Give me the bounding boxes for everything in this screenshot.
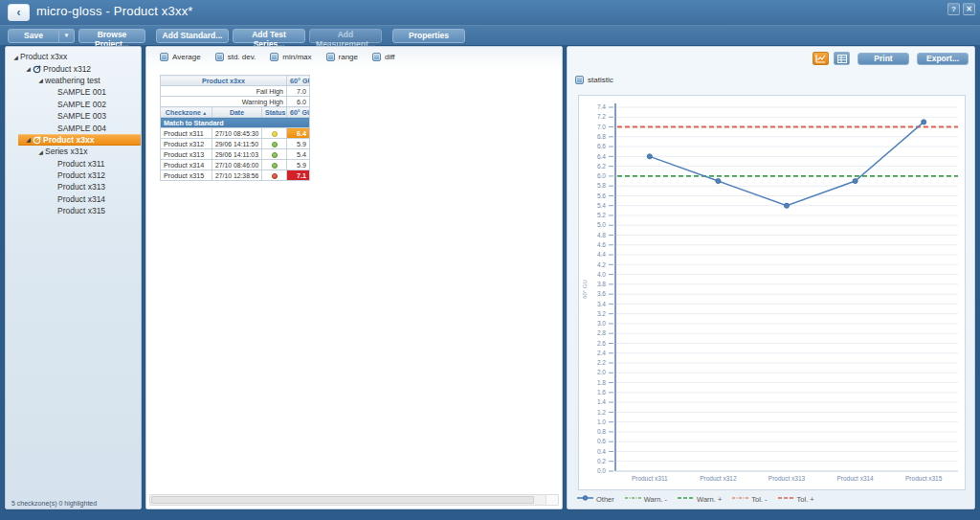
svg-text:5.6: 5.6: [597, 192, 606, 199]
tree-item-product-x3xx[interactable]: ◢Product x3xx: [6, 51, 141, 62]
checkbox-box: [326, 53, 335, 61]
tree-item-series-x31x[interactable]: ◢Series x31x: [6, 146, 141, 157]
row-checkzone: Product x311: [161, 128, 212, 139]
expander-icon[interactable]: ◢: [24, 65, 33, 72]
row-value: 5.9: [287, 139, 310, 149]
tree-item-product-x312[interactable]: ◢Product x312: [6, 62, 141, 74]
tree-item-label: Product x311: [57, 159, 104, 169]
help-button[interactable]: ?: [947, 3, 960, 15]
statistic-label: statistic: [588, 76, 613, 84]
svg-text:2.6: 2.6: [597, 340, 606, 347]
tree-item-product-x312[interactable]: Product x312: [6, 170, 141, 181]
svg-text:4.4: 4.4: [597, 251, 606, 258]
tree-item-sample-003[interactable]: SAMPLE 003: [6, 110, 141, 122]
measurement-table: Product x3xx60° GUFail High7.0Warning Hi…: [160, 75, 310, 181]
svg-text:7.0: 7.0: [597, 124, 606, 130]
table-row[interactable]: Product x31527/10 12:38:567.1: [161, 170, 310, 181]
expander-icon[interactable]: ◢: [11, 54, 20, 60]
legend-dashed-icon: [678, 494, 694, 504]
expander-icon[interactable]: ◢: [36, 148, 45, 155]
table-row[interactable]: Product x31329/06 14:11:035.4: [161, 149, 310, 160]
svg-text:1.2: 1.2: [597, 409, 606, 416]
checkbox-range[interactable]: range: [326, 53, 358, 61]
checkbox-std-dev-[interactable]: std. dev.: [215, 53, 256, 61]
tree-item-label: Product x313: [57, 182, 105, 192]
column-header-60-gu[interactable]: 60° GU: [287, 107, 310, 118]
table-row[interactable]: Product x31229/06 14:11:505.9: [161, 139, 310, 149]
app-window: ‹ micro-gloss - Product x3xx* ? ✕ Save ▼…: [0, 0, 980, 520]
tree-item-sample-002[interactable]: SAMPLE 002: [6, 99, 141, 110]
add-standard-button[interactable]: Add Standard...: [156, 29, 229, 43]
column-header-status[interactable]: Status: [262, 107, 287, 118]
statistic-checkbox[interactable]: statistic: [575, 76, 613, 84]
tree-item-weathering-test[interactable]: ◢weathering test: [6, 75, 141, 86]
warning-high-label: Warning High: [161, 97, 287, 107]
tree-item-product-x3xx[interactable]: ◢Product x3xx: [18, 134, 141, 146]
group-header: Match to Standard: [161, 118, 310, 128]
table-row[interactable]: Product x31127/10 08:45:306.4: [161, 128, 310, 139]
svg-text:1.0: 1.0: [597, 418, 606, 425]
tree-item-product-x315[interactable]: Product x315: [6, 205, 141, 216]
table-row[interactable]: Product x31427/10 08:46:005.9: [161, 160, 310, 170]
checkbox-average[interactable]: Average: [160, 53, 201, 61]
checkbox-label: std. dev.: [228, 53, 256, 61]
scrollbar-corner: [546, 495, 558, 505]
checkbox-box: [372, 53, 381, 61]
column-header-date[interactable]: Date: [212, 107, 262, 118]
close-button[interactable]: ✕: [963, 3, 975, 15]
fail-high-label: Fail High: [161, 86, 287, 97]
save-button[interactable]: Save: [8, 29, 59, 43]
legend-item-tol-: Tol. +: [778, 494, 814, 504]
print-button[interactable]: Print: [858, 53, 909, 65]
tree-item-product-x314[interactable]: Product x314: [6, 193, 141, 205]
legend-item-warn-: Warn. +: [678, 494, 722, 504]
checkbox-box: [215, 53, 224, 61]
row-value: 5.4: [287, 149, 310, 160]
row-value: 5.9: [287, 160, 310, 170]
scrollbar-thumb[interactable]: [151, 496, 534, 504]
row-status: [262, 149, 287, 160]
checkbox-diff[interactable]: diff: [372, 53, 395, 61]
save-dropdown-button[interactable]: ▼: [59, 29, 75, 43]
back-button[interactable]: ‹: [8, 4, 30, 21]
svg-text:5.0: 5.0: [597, 221, 606, 228]
add-measurement-button: Add Measurement...: [309, 29, 382, 43]
expander-icon[interactable]: ◢: [36, 77, 45, 83]
expander-icon[interactable]: ◢: [24, 136, 33, 143]
properties-button[interactable]: Properties: [392, 29, 465, 43]
add-test-series-button[interactable]: Add Test Series...: [233, 29, 305, 43]
svg-text:4.2: 4.2: [597, 261, 606, 268]
horizontal-scrollbar[interactable]: [149, 494, 559, 506]
project-tree-panel: ◢Product x3xx◢Product x312◢weathering te…: [5, 46, 142, 509]
checkbox-box: [575, 76, 584, 84]
table-view-button[interactable]: [834, 52, 850, 65]
svg-text:1.8: 1.8: [597, 379, 606, 386]
tree-item-label: SAMPLE 002: [57, 100, 106, 109]
row-date: 29/06 14:11:03: [212, 149, 262, 160]
svg-text:3.6: 3.6: [597, 290, 606, 297]
svg-text:3.0: 3.0: [597, 320, 606, 327]
tree-item-sample-004[interactable]: SAMPLE 004: [6, 122, 141, 133]
row-date: 27/10 08:45:30: [212, 128, 262, 139]
chart-view-button[interactable]: [813, 52, 829, 65]
export-button[interactable]: Export...: [917, 53, 969, 65]
tree-item-label: Product x312: [43, 64, 91, 74]
tree-item-product-x311[interactable]: Product x311: [6, 158, 141, 170]
svg-text:0.2: 0.2: [597, 458, 606, 464]
title-bar: ‹ micro-gloss - Product x3xx* ? ✕: [0, 0, 980, 25]
checkbox-min-max[interactable]: min/max: [270, 53, 311, 61]
sort-ascending-icon: ▲: [201, 110, 207, 116]
column-header-checkzone[interactable]: Checkzone ▲: [161, 107, 212, 118]
svg-text:5.4: 5.4: [597, 202, 606, 209]
checkbox-label: min/max: [282, 53, 311, 61]
gauge-icon: [33, 64, 43, 73]
tree-item-label: Series x31x: [45, 147, 87, 156]
browse-project-button[interactable]: Browse Project...: [78, 29, 145, 43]
tree-item-label: SAMPLE 003: [57, 111, 106, 121]
tree-item-product-x313[interactable]: Product x313: [6, 181, 141, 192]
svg-text:Product x312: Product x312: [700, 475, 737, 482]
chart-toolbar: Print Export...: [813, 52, 969, 65]
warning-high-value: 6.0: [287, 97, 310, 107]
tree-item-sample-001[interactable]: SAMPLE 001: [6, 86, 141, 98]
legend-dashed-icon: [778, 494, 794, 504]
